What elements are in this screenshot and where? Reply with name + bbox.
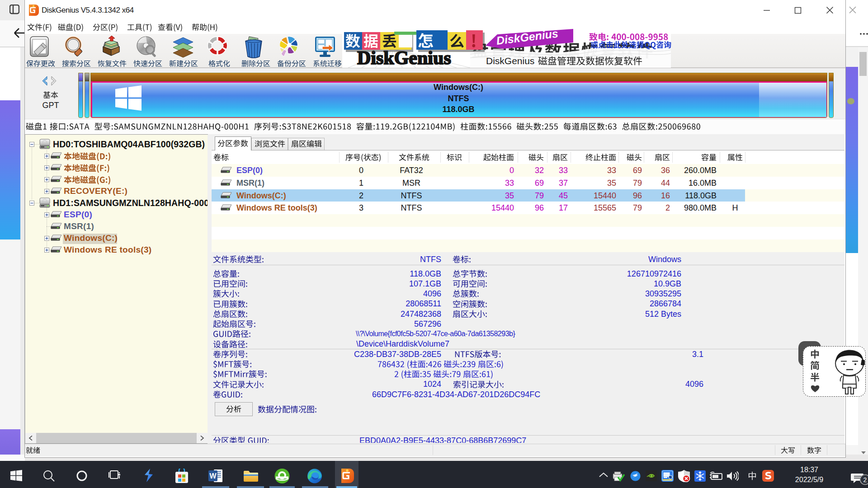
svg-text:2: 2 <box>863 476 867 483</box>
svg-text:W: W <box>209 472 217 480</box>
